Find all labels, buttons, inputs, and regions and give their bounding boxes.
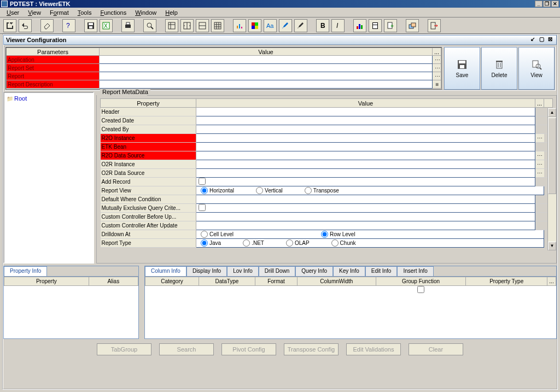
tool-eraser-icon[interactable]	[40, 19, 54, 32]
transposeconfig-button[interactable]: Transpose Config	[284, 343, 339, 355]
tool-zoom-icon[interactable]	[143, 19, 156, 32]
reportview-horizontal[interactable]: Horizontal	[201, 187, 234, 194]
tool-brush-icon[interactable]	[279, 19, 292, 32]
menu-tools[interactable]: Tools	[73, 9, 96, 16]
tool-print-icon[interactable]	[121, 19, 135, 32]
minimize-button[interactable]: _	[535, 1, 542, 7]
pivotconfig-button[interactable]: Pivot Config	[221, 343, 276, 355]
meta-r2oinstance-val[interactable]	[196, 134, 535, 143]
meta-createddate-val[interactable]	[196, 116, 535, 125]
param-reportdesc-picker[interactable]: ≡	[433, 80, 441, 89]
reporttype-olap[interactable]: OLAP	[286, 239, 310, 247]
scroll-thumb[interactable]	[548, 118, 556, 194]
groupfn-checkbox[interactable]	[417, 286, 424, 293]
meta-mutuallyexcl-val[interactable]	[196, 204, 535, 213]
reportview-vertical[interactable]: Vertical	[256, 187, 283, 194]
reporttype-net[interactable]: .NET	[243, 239, 264, 247]
tool-report-icon[interactable]	[369, 19, 382, 32]
drilldown-row[interactable]: Row Level	[321, 231, 355, 238]
reporttype-java[interactable]: Java	[201, 239, 221, 247]
tab-drill-down[interactable]: Drill Down	[259, 266, 296, 276]
tool-undo-icon[interactable]	[19, 19, 32, 32]
param-reportset-picker[interactable]: ⋯	[433, 64, 441, 72]
tabgroup-button[interactable]: TabGroup	[97, 343, 151, 355]
tab-query-info[interactable]: Query Info	[295, 266, 333, 276]
tool-refresh-icon[interactable]	[3, 19, 16, 32]
menu-functions[interactable]: Functions	[96, 9, 131, 16]
svg-rect-17	[214, 22, 221, 29]
meta-o2rds-val[interactable]	[196, 169, 535, 178]
meta-r2ods-pick[interactable]: ⋯	[535, 151, 544, 160]
menu-user[interactable]: User	[2, 9, 24, 16]
param-application-picker[interactable]: ⋯	[433, 56, 441, 64]
tool-exit-icon[interactable]	[428, 19, 441, 32]
panel-min-icon[interactable]: ↙	[529, 36, 536, 44]
tool-barchart-icon[interactable]	[353, 19, 366, 32]
tree-root[interactable]: Root	[7, 95, 91, 102]
footer-buttons: TabGroup Search Pivot Config Transpose C…	[3, 339, 557, 360]
menu-help[interactable]: Help	[161, 9, 182, 16]
meta-defaultwhere-val[interactable]	[196, 195, 535, 204]
meta-o2rinstance-val[interactable]	[196, 160, 535, 169]
maximize-button[interactable]: ❐	[543, 1, 551, 7]
tool-bold-icon[interactable]: B	[316, 19, 329, 32]
panel-close-icon[interactable]: ⊠	[546, 36, 554, 44]
tab-insert-info[interactable]: Insert Info	[397, 266, 433, 276]
tool-chart-icon[interactable]	[233, 19, 246, 32]
editvalidations-button[interactable]: Edit Validations	[346, 343, 401, 355]
mutuallyexcl-checkbox[interactable]	[199, 204, 206, 211]
tool-colwidth-icon[interactable]	[180, 19, 194, 32]
menu-window[interactable]: Window	[131, 9, 161, 16]
delete-button[interactable]: Delete	[481, 47, 517, 90]
tool-table1-icon[interactable]	[165, 19, 178, 32]
meta-o2rinstance-pick[interactable]: ⋯	[535, 160, 544, 169]
tab-column-info[interactable]: Column Info	[145, 266, 186, 276]
search-button[interactable]: Search	[159, 343, 214, 355]
param-reportdesc-value[interactable]	[100, 80, 433, 89]
tool-font-icon[interactable]: Aa	[264, 19, 277, 32]
close-button[interactable]: ✕	[551, 1, 559, 7]
reporttype-chunk[interactable]: Chunk	[331, 239, 356, 247]
tab-property-info[interactable]: Property Info	[4, 266, 47, 276]
menu-view[interactable]: View	[24, 9, 45, 16]
tool-addpage-icon[interactable]: +	[384, 19, 397, 32]
col-groupfn: Group Function	[376, 277, 466, 286]
view-button[interactable]: View	[518, 47, 555, 90]
scroll-down-icon[interactable]: ▼	[548, 242, 556, 250]
drilldown-cell[interactable]: Cell Level	[201, 231, 234, 238]
panel-max-icon[interactable]: ▢	[538, 36, 545, 44]
tab-lov-info[interactable]: Lov Info	[227, 266, 259, 276]
meta-r2ods-val[interactable]	[196, 151, 535, 160]
menu-format[interactable]: Format	[45, 9, 73, 16]
tool-paint-icon[interactable]	[294, 19, 307, 32]
tool-help-icon[interactable]: ?	[62, 19, 75, 32]
tool-save-icon[interactable]	[84, 19, 97, 32]
addrecord-checkbox[interactable]	[199, 178, 206, 185]
tool-grid-icon[interactable]	[211, 19, 224, 32]
clear-button[interactable]: Clear	[409, 343, 463, 355]
tool-excel-icon[interactable]: X	[100, 19, 113, 32]
tab-display-info[interactable]: Display Info	[186, 266, 227, 276]
tool-colortable-icon[interactable]	[248, 19, 261, 32]
meta-custombefore-val[interactable]	[196, 213, 535, 221]
param-report-picker[interactable]: ⋯	[433, 72, 441, 80]
save-button[interactable]: Save	[444, 47, 480, 90]
tool-layers-icon[interactable]	[406, 19, 419, 32]
tool-rowheight-icon[interactable]	[196, 19, 209, 32]
scroll-up-icon[interactable]: ▲	[548, 108, 556, 117]
meta-addrecord-val[interactable]	[196, 178, 535, 186]
meta-createdby-val[interactable]	[196, 125, 535, 134]
tab-key-info[interactable]: Key Info	[333, 266, 365, 276]
param-reportset-value[interactable]	[100, 64, 433, 72]
meta-o2rds-pick[interactable]: ⋯	[535, 169, 544, 178]
meta-r2oinstance-pick[interactable]: ⋯	[535, 134, 544, 143]
metadata-scrollbar[interactable]: ▲ ▼	[547, 108, 556, 250]
meta-header-val[interactable]	[196, 108, 535, 116]
param-application-value[interactable]	[100, 56, 433, 64]
param-report-value[interactable]	[100, 72, 433, 80]
tool-italic-icon[interactable]: I	[331, 19, 345, 32]
tab-edit-info[interactable]: Edit Info	[365, 266, 398, 276]
meta-customafter-val[interactable]	[196, 221, 535, 230]
reportview-transpose[interactable]: Transpose	[305, 187, 339, 194]
meta-etkbean-val[interactable]	[196, 143, 535, 151]
